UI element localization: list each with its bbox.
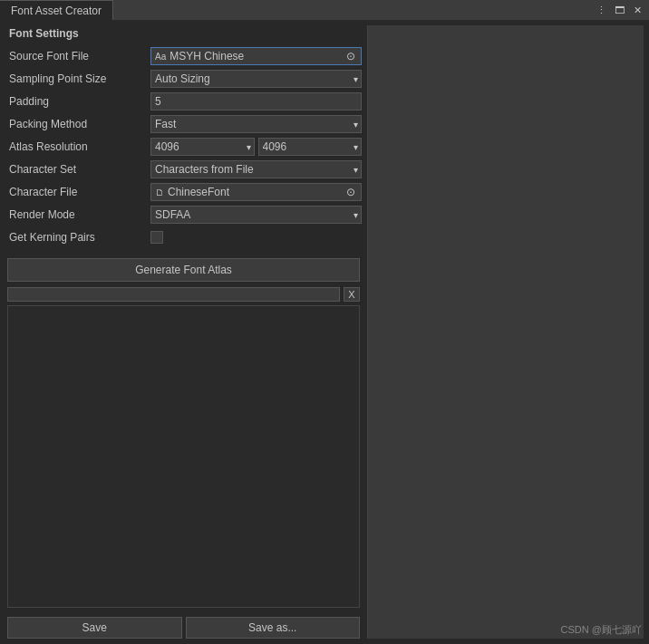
render-mode-control: SDFAA SDF SDF8 SDF16 SDF32 Bitmap Smooth xyxy=(150,206,362,224)
main-area: Font Settings Source Font File Aa MSYH C… xyxy=(0,20,649,644)
render-mode-label: Render Mode xyxy=(5,208,150,221)
tab-font-asset-creator[interactable]: Font Asset Creator xyxy=(0,0,113,20)
generate-font-atlas-button[interactable]: Generate Font Atlas xyxy=(7,258,360,282)
padding-input[interactable] xyxy=(150,92,362,111)
source-font-label: Source Font File xyxy=(5,50,150,62)
kerning-pairs-checkbox[interactable] xyxy=(150,231,163,244)
close-button[interactable]: ✕ xyxy=(629,3,645,17)
menu-button[interactable]: ⋮ xyxy=(593,3,609,17)
file-icon: 🗋 xyxy=(155,187,164,197)
atlas-width-select-wrapper: 64 128 256 512 1024 2048 4096 8192 xyxy=(150,138,255,156)
character-set-label: Character Set xyxy=(5,163,150,176)
packing-method-select[interactable]: Fast Optimum xyxy=(150,115,362,133)
character-file-label: Character File xyxy=(5,186,150,198)
atlas-width-select[interactable]: 64 128 256 512 1024 2048 4096 8192 xyxy=(150,138,255,156)
sampling-point-size-select-wrapper: Auto Sizing 8 12 16 24 32 48 64 72 xyxy=(150,70,362,88)
character-set-control: ASCII Extended ASCII ASCII Lowercase ASC… xyxy=(150,160,362,178)
char-file-value: ChineseFont xyxy=(168,186,229,198)
settings-table: Source Font File Aa MSYH Chinese ⊙ Sampl… xyxy=(0,45,367,249)
source-font-value: MSYH Chinese xyxy=(170,50,341,62)
padding-control xyxy=(150,92,362,111)
atlas-resolution-row: Atlas Resolution 64 128 256 512 1024 xyxy=(5,136,362,158)
kerning-pairs-control xyxy=(150,231,362,244)
progress-area: X xyxy=(7,287,360,302)
title-bar-controls: ⋮ 🗖 ✕ xyxy=(593,0,649,20)
preview-panel xyxy=(367,25,644,639)
atlas-resolution-label: Atlas Resolution xyxy=(5,140,150,153)
sampling-point-size-control: Auto Sizing 8 12 16 24 32 48 64 72 xyxy=(150,70,362,88)
character-file-row: Character File 🗋 ChineseFont ⊙ xyxy=(5,181,362,203)
kerning-pairs-label: Get Kerning Pairs xyxy=(5,231,150,244)
sampling-point-size-label: Sampling Point Size xyxy=(5,72,150,85)
char-file-field[interactable]: 🗋 ChineseFont ⊙ xyxy=(150,183,362,201)
character-set-row: Character Set ASCII Extended ASCII ASCII… xyxy=(5,159,362,180)
kerning-pairs-row: Get Kerning Pairs xyxy=(5,226,362,248)
source-font-field[interactable]: Aa MSYH Chinese ⊙ xyxy=(150,47,362,65)
character-file-control: 🗋 ChineseFont ⊙ xyxy=(150,183,362,201)
bottom-buttons: Save Save as... xyxy=(0,611,367,644)
source-font-control: Aa MSYH Chinese ⊙ xyxy=(150,47,362,65)
packing-method-row: Packing Method Fast Optimum xyxy=(5,113,362,135)
save-button[interactable]: Save xyxy=(7,617,182,639)
character-set-select[interactable]: ASCII Extended ASCII ASCII Lowercase ASC… xyxy=(150,160,362,178)
minimize-button[interactable]: 🗖 xyxy=(611,3,627,17)
font-icon: Aa xyxy=(155,52,166,62)
progress-x-label: X xyxy=(348,289,354,300)
title-bar: Font Asset Creator ⋮ 🗖 ✕ xyxy=(0,0,649,20)
resolution-group: 64 128 256 512 1024 2048 4096 8192 xyxy=(150,138,362,156)
source-font-row: Source Font File Aa MSYH Chinese ⊙ xyxy=(5,45,362,67)
padding-row: Padding xyxy=(5,91,362,112)
save-as-button[interactable]: Save as... xyxy=(186,617,361,639)
window: Font Asset Creator ⋮ 🗖 ✕ Font Settings S… xyxy=(0,0,649,644)
atlas-resolution-control: 64 128 256 512 1024 2048 4096 8192 xyxy=(150,138,362,156)
progress-bar xyxy=(7,287,340,302)
character-set-select-wrapper: ASCII Extended ASCII ASCII Lowercase ASC… xyxy=(150,160,362,178)
progress-cancel-btn[interactable]: X xyxy=(344,287,360,302)
section-title: Font Settings xyxy=(0,20,367,45)
tab-label: Font Asset Creator xyxy=(11,5,102,17)
source-font-picker-btn[interactable]: ⊙ xyxy=(344,50,357,62)
atlas-height-select[interactable]: 64 128 256 512 1024 2048 4096 8192 xyxy=(258,138,363,156)
sampling-point-size-row: Sampling Point Size Auto Sizing 8 12 16 … xyxy=(5,68,362,90)
log-area xyxy=(7,305,360,608)
padding-label: Padding xyxy=(5,95,150,108)
render-mode-select-wrapper: SDFAA SDF SDF8 SDF16 SDF32 Bitmap Smooth xyxy=(150,206,362,224)
packing-method-control: Fast Optimum xyxy=(150,115,362,133)
char-file-picker-btn[interactable]: ⊙ xyxy=(344,186,357,198)
render-mode-select[interactable]: SDFAA SDF SDF8 SDF16 SDF32 Bitmap Smooth xyxy=(150,206,362,224)
left-panel: Font Settings Source Font File Aa MSYH C… xyxy=(0,20,367,644)
sampling-point-size-select[interactable]: Auto Sizing 8 12 16 24 32 48 64 72 xyxy=(150,70,362,88)
watermark: CSDN @顾七源吖 xyxy=(561,623,642,637)
render-mode-row: Render Mode SDFAA SDF SDF8 SDF16 SDF32 B… xyxy=(5,204,362,226)
atlas-height-select-wrapper: 64 128 256 512 1024 2048 4096 8192 xyxy=(258,138,363,156)
packing-method-label: Packing Method xyxy=(5,118,150,130)
packing-method-select-wrapper: Fast Optimum xyxy=(150,115,362,133)
